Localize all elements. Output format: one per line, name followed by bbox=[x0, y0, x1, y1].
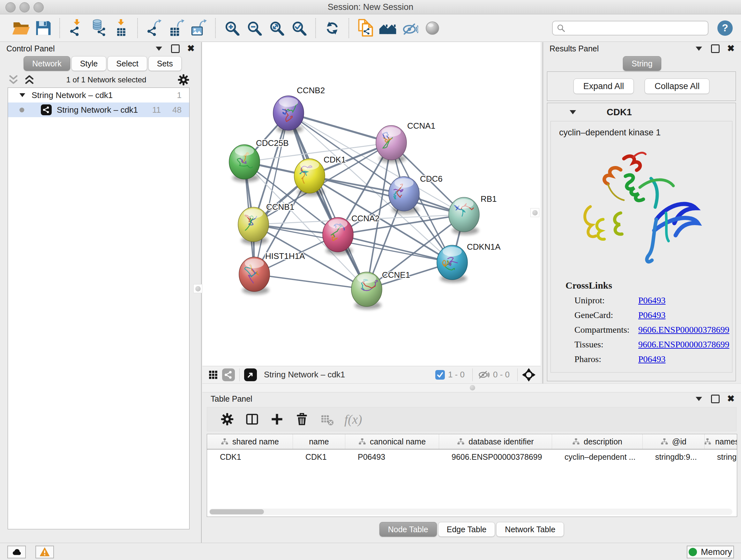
network-options-gear-icon[interactable] bbox=[178, 74, 190, 86]
memory-button[interactable]: Memory bbox=[687, 546, 734, 558]
control-panel: Control Panel ✖ NetworkStyleSelectSets 1… bbox=[0, 42, 202, 543]
import-table-button[interactable] bbox=[110, 17, 132, 39]
open-in-new-button[interactable] bbox=[244, 368, 257, 381]
show-items-button[interactable] bbox=[421, 17, 444, 39]
network-edge[interactable] bbox=[288, 113, 391, 143]
section-collapse-icon[interactable] bbox=[569, 110, 576, 114]
help-button[interactable]: ? bbox=[718, 20, 733, 36]
crosslink-pharos[interactable]: P06493 bbox=[638, 354, 666, 364]
document-share-button[interactable] bbox=[354, 17, 377, 39]
tab-sets[interactable]: Sets bbox=[148, 56, 182, 71]
export-table-button[interactable] bbox=[165, 17, 188, 39]
network-node-CCNB2[interactable] bbox=[273, 96, 304, 133]
vertical-splitter-handle[interactable] bbox=[530, 208, 539, 217]
tab-select[interactable]: Select bbox=[108, 56, 147, 71]
houses-button[interactable] bbox=[377, 17, 399, 39]
column-header-name[interactable]: name bbox=[293, 434, 345, 449]
table-row[interactable]: CDK1CDK1P064939606.ENSP00000378699cyclin… bbox=[207, 449, 737, 464]
export-image-button[interactable] bbox=[188, 17, 210, 39]
network-node-CCNB1[interactable] bbox=[238, 207, 269, 245]
search-box[interactable] bbox=[552, 21, 709, 36]
selected-checkbox-icon[interactable] bbox=[435, 370, 445, 380]
close-panel-button[interactable]: ✖ bbox=[187, 44, 195, 53]
tab-network[interactable]: Network bbox=[23, 56, 70, 71]
float-panel-button[interactable] bbox=[171, 44, 180, 53]
network-node-CCNA2[interactable] bbox=[323, 217, 353, 255]
close-panel-button[interactable]: ✖ bbox=[727, 44, 735, 53]
tab-string[interactable]: String bbox=[623, 56, 661, 71]
save-session-button[interactable] bbox=[32, 17, 54, 39]
column-header-canonical-name[interactable]: canonical name bbox=[345, 434, 439, 449]
delete-column-trash-icon[interactable] bbox=[294, 412, 309, 427]
close-panel-button[interactable]: ✖ bbox=[727, 394, 735, 403]
network-edge[interactable] bbox=[288, 113, 367, 289]
table-options-gear-icon[interactable] bbox=[220, 412, 234, 427]
network-node-CDC6[interactable] bbox=[389, 177, 419, 214]
hide-items-button[interactable] bbox=[399, 17, 421, 39]
column-header-database-identifier[interactable]: database identifier bbox=[439, 434, 552, 449]
toolbar-separator bbox=[59, 18, 60, 38]
panel-menu-icon[interactable] bbox=[696, 397, 702, 401]
tab-network-table[interactable]: Network Table bbox=[496, 522, 564, 537]
network-node-RB1[interactable] bbox=[449, 197, 479, 235]
cloud-sync-button[interactable] bbox=[7, 546, 26, 558]
network-node-CDKN1A[interactable] bbox=[437, 245, 468, 283]
open-folder-button[interactable] bbox=[10, 17, 32, 39]
import-network-button[interactable] bbox=[65, 17, 87, 39]
float-panel-button[interactable] bbox=[711, 44, 720, 53]
search-input[interactable] bbox=[569, 23, 704, 33]
column-header-description[interactable]: description bbox=[552, 434, 643, 449]
network-node-CCNA1[interactable] bbox=[376, 125, 407, 163]
refresh-network-button[interactable] bbox=[321, 17, 343, 39]
column-header-id[interactable]: @id bbox=[643, 434, 704, 449]
table-horizontal-scrollbar[interactable] bbox=[209, 509, 732, 515]
tab-edge-table[interactable]: Edge Table bbox=[438, 522, 495, 537]
network-tree-row[interactable]: String Network – cdk11148 bbox=[8, 103, 189, 117]
network-view-title: String Network – cdk1 bbox=[264, 370, 435, 380]
zoom-fit-button[interactable] bbox=[266, 17, 288, 39]
export-network-button[interactable] bbox=[143, 17, 165, 39]
zoom-in-button[interactable] bbox=[221, 17, 243, 39]
collapse-all-icon[interactable] bbox=[8, 74, 19, 85]
float-panel-button[interactable] bbox=[711, 395, 720, 403]
network-edge[interactable] bbox=[254, 274, 367, 289]
tree-expand-caret-icon[interactable] bbox=[19, 93, 25, 97]
panel-menu-icon[interactable] bbox=[156, 47, 162, 51]
hierarchy-icon bbox=[661, 438, 668, 445]
zoom-out-button[interactable] bbox=[243, 17, 266, 39]
network-tree-row[interactable]: String Network – cdk11 bbox=[8, 88, 189, 103]
network-node-CCNE1[interactable] bbox=[351, 272, 382, 309]
network-edge[interactable] bbox=[254, 113, 288, 274]
tab-style[interactable]: Style bbox=[71, 56, 107, 71]
network-node-HIST1H1A[interactable] bbox=[239, 257, 270, 294]
column-header-shared-name[interactable]: shared name bbox=[207, 434, 293, 449]
crosslink-uniprot[interactable]: P06493 bbox=[638, 295, 666, 306]
horizontal-splitter[interactable] bbox=[202, 383, 741, 392]
network-node-CDK1[interactable] bbox=[294, 159, 325, 196]
hidden-count-badge: 0 - 0 bbox=[493, 370, 510, 380]
table-cell: stringdb:9... bbox=[643, 449, 704, 464]
crosslink-genecard[interactable]: P06493 bbox=[638, 310, 666, 320]
tab-node-table[interactable]: Node Table bbox=[380, 522, 437, 537]
fit-selected-crosshair-icon[interactable] bbox=[522, 368, 536, 381]
zoom-selected-button[interactable] bbox=[288, 17, 310, 39]
warnings-button[interactable] bbox=[36, 546, 54, 558]
network-canvas[interactable]: CCNB2CCNA1CDC25BCDK1CDC6RB1CCNB1CCNA2CDK… bbox=[202, 42, 541, 366]
expand-all-icon[interactable] bbox=[23, 74, 35, 85]
grid-view-button[interactable] bbox=[207, 368, 219, 381]
network-chip-button[interactable] bbox=[222, 368, 235, 381]
expand-all-button[interactable]: Expand All bbox=[574, 78, 634, 94]
crosslink-compartments[interactable]: 9606.ENSP00000378699 bbox=[638, 325, 729, 335]
vertical-splitter-handle[interactable] bbox=[193, 284, 202, 293]
refresh-network-icon bbox=[323, 19, 341, 37]
crosslink-tissues[interactable]: 9606.ENSP00000378699 bbox=[638, 339, 729, 350]
import-database-button[interactable] bbox=[87, 17, 110, 39]
add-column-icon[interactable] bbox=[270, 412, 284, 427]
network-node-CDC25B[interactable] bbox=[229, 145, 260, 182]
collapse-all-button[interactable]: Collapse All bbox=[645, 78, 710, 94]
table-body: CDK1CDK1P064939606.ENSP00000378699cyclin… bbox=[207, 449, 737, 464]
column-header-namespace[interactable]: namespace bbox=[704, 434, 737, 449]
panel-menu-icon[interactable] bbox=[696, 47, 702, 51]
crosslinks-title: CrossLinks bbox=[565, 280, 732, 291]
show-columns-icon[interactable] bbox=[245, 412, 259, 427]
